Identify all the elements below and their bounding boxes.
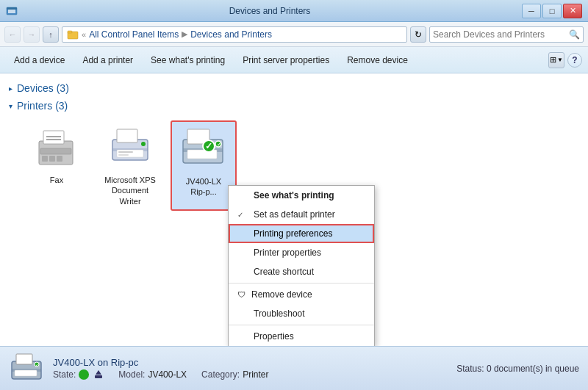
ctx-printing-preferences[interactable]: Printing preferences [229, 224, 374, 243]
title-bar: Devices and Printers ─ □ ✕ [0, 0, 588, 22]
content-area: ▸ Devices (3) ▾ Printers (3) [0, 73, 588, 346]
ctx-see-whats-printing[interactable]: See what's printing [229, 186, 374, 205]
search-box: 🔍 [429, 26, 584, 43]
svg-rect-4 [68, 31, 72, 33]
window-title: Devices and Printers [18, 6, 522, 16]
print-server-button[interactable]: Print server properties [234, 51, 337, 69]
svg-text:✓: ✓ [217, 142, 221, 147]
status-info: JV400-LX on Rip-pc State: Model: JV400-L… [53, 357, 268, 380]
svg-rect-2 [7, 7, 17, 10]
state-indicator [79, 369, 89, 380]
svg-rect-16 [117, 150, 143, 157]
status-value: 0 document(s) in queue [487, 364, 579, 374]
svg-rect-10 [42, 156, 48, 162]
path-current[interactable]: Devices and Printers [190, 29, 272, 40]
svg-rect-18 [118, 151, 133, 153]
svg-rect-12 [57, 156, 62, 162]
search-icon: 🔍 [569, 29, 580, 40]
devices-arrow-icon: ▸ [9, 84, 12, 93]
printers-section-header[interactable]: ▾ Printers (3) [9, 97, 579, 115]
maximize-button[interactable]: □ [542, 4, 562, 18]
folder-icon [67, 29, 79, 40]
printers-arrow-icon: ▾ [9, 102, 12, 110]
status-label: Status: [456, 364, 484, 374]
view-button[interactable]: ⊞ ▼ [548, 52, 564, 68]
model-label: Model: [118, 369, 145, 380]
back-button[interactable]: ← [4, 26, 21, 43]
shield-icon: 🛡 [237, 290, 245, 299]
ctx-remove-device[interactable]: 🛡 Remove device [229, 285, 374, 304]
status-state-field: State: [53, 369, 104, 380]
fax-svg [33, 125, 80, 172]
forward-button[interactable]: → [24, 26, 40, 43]
devices-section-title: Devices (3) [17, 82, 69, 94]
svg-point-17 [141, 142, 146, 146]
xps-svg [107, 125, 154, 172]
category-value: Printer [243, 369, 268, 380]
add-printer-button[interactable]: Add a printer [74, 51, 141, 69]
fax-icon[interactable]: Fax [24, 120, 90, 211]
add-device-button[interactable]: Add a device [6, 51, 73, 69]
svg-rect-9 [40, 148, 71, 154]
svg-rect-27 [16, 354, 32, 364]
ctx-set-default[interactable]: ✓ Set as default printer [229, 205, 374, 224]
upload-icon [93, 369, 104, 380]
ctx-create-shortcut[interactable]: Create shortcut [229, 262, 374, 281]
svg-rect-19 [118, 154, 129, 156]
see-whats-printing-button[interactable]: See what's printing [143, 51, 233, 69]
toolbar: Add a device Add a printer See what's pr… [0, 47, 588, 73]
status-printer-name: JV400-LX on Rip-pc [53, 357, 268, 368]
model-value: JV400-LX [148, 369, 187, 380]
fax-label: Fax [50, 175, 63, 185]
address-path: « All Control Panel Items ▶ Devices and … [62, 26, 407, 43]
printers-section-title: Printers (3) [17, 100, 68, 112]
status-right: Status: 0 document(s) in queue [456, 364, 579, 374]
svg-rect-14 [117, 129, 137, 142]
svg-rect-32 [95, 375, 102, 378]
svg-rect-11 [49, 156, 55, 162]
refresh-button[interactable]: ↻ [410, 26, 426, 43]
main-content: ▸ Devices (3) ▾ Printers (3) [0, 73, 588, 346]
ctx-troubleshoot[interactable]: Troubleshoot [229, 304, 374, 323]
ctx-separator-2 [229, 325, 374, 325]
search-input[interactable] [433, 29, 566, 40]
window-icon [6, 5, 18, 17]
ctx-separator-1 [229, 283, 374, 284]
xps-printer-icon[interactable]: Microsoft XPSDocument Writer [97, 120, 163, 211]
xps-label: Microsoft XPSDocument Writer [101, 175, 159, 206]
status-category-field: Category: Printer [201, 369, 268, 380]
status-model-field: Model: JV400-LX [118, 369, 187, 380]
remove-device-button[interactable]: Remove device [339, 51, 416, 69]
svg-marker-33 [96, 370, 101, 375]
default-printer-badge: ✓ [202, 140, 215, 153]
jv400-printer-icon[interactable]: ✓ ✓ JV400-LXRip-p... [171, 120, 237, 211]
status-printer-icon: ✓ [9, 351, 44, 386]
state-label: State: [53, 369, 76, 380]
path-root[interactable]: All Control Panel Items [89, 29, 179, 40]
ctx-printer-properties[interactable]: Printer properties [229, 243, 374, 262]
address-bar: ← → ↑ « All Control Panel Items ▶ Device… [0, 22, 588, 47]
status-bar: ✓ JV400-LX on Rip-pc State: Model: JV400… [0, 346, 588, 390]
svg-rect-6 [43, 131, 64, 144]
context-menu: See what's printing ✓ Set as default pri… [228, 185, 375, 346]
ctx-properties[interactable]: Properties [229, 327, 374, 346]
close-button[interactable]: ✕ [563, 4, 582, 18]
status-details: State: Model: JV400-LX Category: Printer [53, 369, 268, 380]
svg-text:✓: ✓ [35, 363, 38, 367]
jv400-label: JV400-LXRip-p... [186, 176, 221, 198]
up-button[interactable]: ↑ [43, 26, 59, 43]
category-label: Category: [201, 369, 240, 380]
svg-rect-29 [15, 370, 37, 376]
help-button[interactable]: ? [567, 53, 582, 68]
devices-section-header[interactable]: ▸ Devices (3) [9, 79, 579, 97]
minimize-button[interactable]: ─ [522, 4, 541, 18]
